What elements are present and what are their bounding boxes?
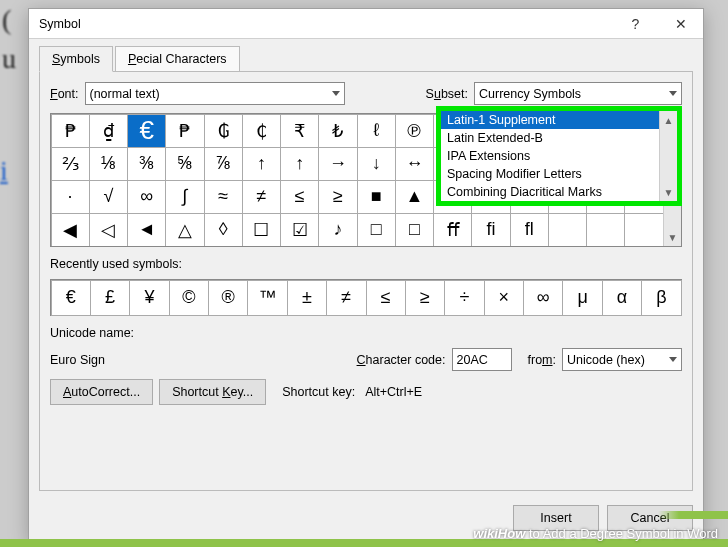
char-code-input[interactable] bbox=[452, 348, 512, 371]
scroll-down-icon[interactable]: ▼ bbox=[664, 228, 681, 246]
recent-symbol-cell[interactable]: α bbox=[602, 280, 642, 316]
symbol-cell[interactable]: · bbox=[51, 180, 90, 214]
recent-symbol-cell[interactable]: ¥ bbox=[129, 280, 169, 316]
symbol-cell[interactable]: ₺ bbox=[318, 114, 357, 148]
symbol-cell[interactable]: ↑ bbox=[280, 147, 319, 181]
symbol-dialog: Symbol ? ✕ Symbols Pecial Characters Fon… bbox=[28, 8, 704, 542]
recent-symbols-grid: €£¥©®™±≠≤≥÷×∞μαβ bbox=[50, 279, 682, 316]
from-select[interactable]: Unicode (hex) bbox=[562, 348, 682, 371]
subset-option-selected[interactable]: Latin-1 Supplement bbox=[441, 111, 659, 129]
symbols-panel: Font: (normal text) Subset: Currency Sym… bbox=[39, 71, 693, 491]
symbol-cell[interactable]: ₱ bbox=[165, 114, 204, 148]
unicode-name-value: Euro Sign bbox=[50, 353, 250, 367]
symbol-cell[interactable]: ≈ bbox=[204, 180, 243, 214]
symbol-cell[interactable]: ▲ bbox=[395, 180, 434, 214]
help-button[interactable]: ? bbox=[613, 9, 658, 39]
recent-symbol-cell[interactable]: £ bbox=[90, 280, 130, 316]
footer-stripe bbox=[0, 539, 728, 547]
close-icon: ✕ bbox=[675, 16, 687, 32]
symbol-cell[interactable]: √ bbox=[89, 180, 128, 214]
recent-symbol-cell[interactable]: × bbox=[484, 280, 524, 316]
shortcut-info-label: Shortcut key: bbox=[282, 385, 355, 399]
symbol-cell[interactable]: ﬀ bbox=[433, 213, 472, 247]
from-label: from: bbox=[528, 353, 557, 367]
subset-select[interactable]: Currency Symbols bbox=[474, 82, 682, 105]
dropdown-scrollbar[interactable]: ▲ ▼ bbox=[659, 111, 677, 201]
scroll-down-icon[interactable]: ▼ bbox=[660, 183, 677, 201]
symbol-cell[interactable]: ↓ bbox=[357, 147, 396, 181]
subset-option[interactable]: Combining Diacritical Marks bbox=[441, 183, 659, 201]
symbol-cell[interactable]: ∞ bbox=[127, 180, 166, 214]
chevron-down-icon bbox=[669, 91, 677, 96]
font-select[interactable]: (normal text) bbox=[85, 82, 345, 105]
insert-button[interactable]: Insert bbox=[513, 505, 599, 531]
symbol-cell[interactable]: ﬁ bbox=[471, 213, 510, 247]
symbol-cell[interactable]: ↑ bbox=[242, 147, 281, 181]
symbol-cell[interactable]: ℓ bbox=[357, 114, 396, 148]
symbol-cell[interactable]: ⅞ bbox=[204, 147, 243, 181]
symbol-cell[interactable]: ₱ bbox=[51, 114, 90, 148]
tab-special-characters[interactable]: Pecial Characters bbox=[115, 46, 240, 72]
recent-symbol-cell[interactable]: € bbox=[51, 280, 91, 316]
symbol-cell[interactable]: □ bbox=[357, 213, 396, 247]
symbol-cell[interactable]: ♪ bbox=[318, 213, 357, 247]
recent-symbol-cell[interactable]: μ bbox=[562, 280, 602, 316]
recent-symbol-cell[interactable]: ± bbox=[287, 280, 327, 316]
recent-symbol-cell[interactable]: ∞ bbox=[523, 280, 563, 316]
symbol-cell[interactable]: △ bbox=[165, 213, 204, 247]
symbol-cell[interactable]: ₲ bbox=[204, 114, 243, 148]
symbol-cell[interactable]: ₫ bbox=[89, 114, 128, 148]
symbol-cell[interactable]: ◁ bbox=[89, 213, 128, 247]
recent-symbol-cell[interactable]: ® bbox=[208, 280, 248, 316]
shortcut-info-value: Alt+Ctrl+E bbox=[365, 385, 422, 399]
symbol-cell[interactable]: ◊ bbox=[204, 213, 243, 247]
close-button[interactable]: ✕ bbox=[658, 9, 703, 39]
title-bar: Symbol ? ✕ bbox=[29, 9, 703, 39]
symbol-cell[interactable] bbox=[624, 213, 663, 247]
recent-symbol-cell[interactable]: ≥ bbox=[405, 280, 445, 316]
symbol-cell[interactable]: € bbox=[127, 114, 166, 148]
symbol-cell[interactable]: ⅝ bbox=[165, 147, 204, 181]
symbol-cell[interactable]: ≠ bbox=[242, 180, 281, 214]
symbol-cell[interactable]: ↔ bbox=[395, 147, 434, 181]
symbol-cell[interactable]: ⅜ bbox=[127, 147, 166, 181]
background-link: i bbox=[0, 155, 8, 187]
symbol-cell[interactable]: → bbox=[318, 147, 357, 181]
symbol-cell[interactable]: ∫ bbox=[165, 180, 204, 214]
symbol-cell[interactable] bbox=[548, 213, 587, 247]
symbol-cell[interactable]: ₵ bbox=[242, 114, 281, 148]
symbol-cell[interactable]: ⅔ bbox=[51, 147, 90, 181]
tab-symbols[interactable]: Symbols bbox=[39, 46, 113, 72]
recent-symbol-cell[interactable]: ≠ bbox=[326, 280, 366, 316]
symbol-cell[interactable]: ₹ bbox=[280, 114, 319, 148]
symbol-cell[interactable]: ≥ bbox=[318, 180, 357, 214]
recent-symbol-cell[interactable]: ÷ bbox=[444, 280, 484, 316]
scroll-up-icon[interactable]: ▲ bbox=[660, 111, 677, 129]
symbol-cell[interactable] bbox=[586, 213, 625, 247]
symbol-cell[interactable]: ≤ bbox=[280, 180, 319, 214]
font-value: (normal text) bbox=[90, 87, 160, 101]
symbol-cell[interactable]: ﬂ bbox=[510, 213, 549, 247]
dialog-button-bar: Insert Cancel bbox=[29, 499, 703, 541]
dialog-title: Symbol bbox=[39, 17, 81, 31]
subset-option[interactable]: Latin Extended-B bbox=[441, 129, 659, 147]
recent-symbol-cell[interactable]: ≤ bbox=[366, 280, 406, 316]
unicode-name-label: Unicode name: bbox=[50, 326, 682, 340]
symbol-cell[interactable]: ℗ bbox=[395, 114, 434, 148]
symbol-cell[interactable]: ■ bbox=[357, 180, 396, 214]
symbol-cell[interactable]: ☑ bbox=[280, 213, 319, 247]
symbol-cell[interactable]: ◀ bbox=[51, 213, 90, 247]
recent-symbol-cell[interactable]: β bbox=[641, 280, 681, 316]
recent-symbol-cell[interactable]: © bbox=[169, 280, 209, 316]
symbol-cell[interactable]: ⅛ bbox=[89, 147, 128, 181]
shortcut-key-button[interactable]: Shortcut Key... bbox=[159, 379, 266, 405]
scroll-track[interactable] bbox=[660, 129, 677, 183]
symbol-cell[interactable]: □ bbox=[395, 213, 434, 247]
recent-symbol-cell[interactable]: ™ bbox=[247, 280, 287, 316]
symbol-cell[interactable]: ☐ bbox=[242, 213, 281, 247]
symbol-cell[interactable]: ◄ bbox=[127, 213, 166, 247]
autocorrect-button[interactable]: AutoCorrect... bbox=[50, 379, 153, 405]
subset-option[interactable]: Spacing Modifier Letters bbox=[441, 165, 659, 183]
subset-option[interactable]: IPA Extensions bbox=[441, 147, 659, 165]
char-code-label: Character code: bbox=[357, 353, 446, 367]
